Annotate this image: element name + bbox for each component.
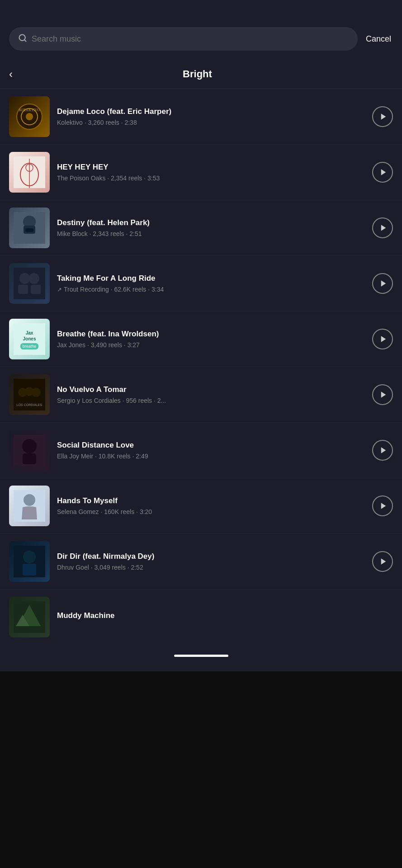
- track-name: Taking Me For A Long Ride: [57, 274, 365, 283]
- track-item: Muddy Machine: [0, 590, 402, 645]
- svg-text:breathe: breathe: [23, 344, 37, 349]
- trending-icon: ↗: [57, 286, 62, 293]
- album-art: KOLEKTIVO: [9, 96, 50, 137]
- search-field-wrapper[interactable]: [9, 27, 358, 51]
- play-button[interactable]: [372, 273, 393, 294]
- section-header: ‹ Bright: [0, 60, 402, 89]
- svg-marker-41: [381, 503, 386, 509]
- svg-rect-20: [18, 285, 28, 294]
- svg-point-40: [24, 494, 35, 506]
- play-button[interactable]: [372, 440, 393, 461]
- play-button[interactable]: [372, 162, 393, 183]
- album-art: [9, 597, 50, 637]
- svg-marker-6: [381, 113, 386, 120]
- track-meta: Jax Jones · 3,490 reels · 3:27: [57, 341, 365, 349]
- track-info: Dejame Loco (feat. Eric Harper)Kolektivo…: [57, 107, 365, 126]
- play-button[interactable]: [372, 217, 393, 238]
- play-button[interactable]: [372, 495, 393, 516]
- album-art: LOS CORDIALES: [9, 374, 50, 415]
- svg-rect-21: [31, 285, 41, 294]
- track-info: Destiny (feat. Helen Park)Mike Block · 2…: [57, 218, 365, 237]
- svg-marker-22: [381, 280, 386, 287]
- track-info: Breathe (feat. Ina Wroldsen)Jax Jones · …: [57, 330, 365, 349]
- track-item[interactable]: Dir Dir (feat. Nirmalya Dey)Dhruv Goel ·…: [0, 534, 402, 590]
- track-item[interactable]: Destiny (feat. Helen Park)Mike Block · 2…: [0, 200, 402, 256]
- svg-marker-45: [381, 558, 386, 565]
- track-item[interactable]: LOS CORDIALES No Vuelvo A TomarSergio y …: [0, 367, 402, 423]
- svg-marker-38: [381, 447, 386, 453]
- track-name: No Vuelvo A Tomar: [57, 385, 365, 394]
- search-input[interactable]: [32, 34, 349, 44]
- bottom-bar: [0, 645, 402, 671]
- track-name: Muddy Machine: [57, 611, 393, 620]
- track-name: Hands To Myself: [57, 496, 365, 505]
- album-art: [9, 208, 50, 248]
- svg-point-19: [28, 273, 39, 284]
- svg-text:LOS CORDIALES: LOS CORDIALES: [17, 403, 43, 406]
- track-item[interactable]: Hands To MyselfSelena Gomez · 160K reels…: [0, 478, 402, 534]
- track-meta: Dhruv Goel · 3,049 reels · 2:52: [57, 564, 365, 571]
- track-meta: Sergio y Los Cordiales · 956 reels · 2..…: [57, 397, 365, 404]
- album-art: [9, 486, 50, 526]
- track-meta: Mike Block · 2,343 reels · 2:51: [57, 230, 365, 237]
- section-title: Bright: [17, 68, 378, 80]
- track-name: Destiny (feat. Helen Park): [57, 218, 365, 227]
- svg-text:KOLEKTIVO: KOLEKTIVO: [19, 108, 40, 112]
- track-meta: The Poison Oaks · 2,354 reels · 3:53: [57, 175, 365, 182]
- album-art: [9, 541, 50, 582]
- track-name: Dir Dir (feat. Nirmalya Dey): [57, 552, 365, 561]
- track-meta: Kolektivo · 3,260 reels · 2:38: [57, 119, 365, 126]
- album-art: [9, 152, 50, 193]
- track-info: No Vuelvo A TomarSergio y Los Cordiales …: [57, 385, 365, 404]
- play-button[interactable]: [372, 551, 393, 572]
- track-info: Dir Dir (feat. Nirmalya Dey)Dhruv Goel ·…: [57, 552, 365, 571]
- svg-text:Jones: Jones: [23, 336, 36, 341]
- track-item[interactable]: Social Distance LoveElla Joy Meir · 10.8…: [0, 423, 402, 478]
- track-item[interactable]: KOLEKTIVO Dejame Loco (feat. Eric Harper…: [0, 89, 402, 145]
- track-item[interactable]: Jax Jones breathe Breathe (feat. Ina Wro…: [0, 311, 402, 367]
- track-meta: Selena Gomez · 160K reels · 3:20: [57, 508, 365, 515]
- svg-line-1: [24, 40, 26, 42]
- track-name: Dejame Loco (feat. Eric Harper): [57, 107, 365, 116]
- play-button[interactable]: [372, 329, 393, 349]
- track-list: KOLEKTIVO Dejame Loco (feat. Eric Harper…: [0, 89, 402, 645]
- svg-marker-11: [381, 169, 386, 175]
- svg-text:Jax: Jax: [26, 330, 33, 335]
- svg-rect-15: [25, 228, 33, 232]
- album-art: Jax Jones breathe: [9, 319, 50, 359]
- play-button[interactable]: [372, 384, 393, 405]
- track-item[interactable]: HEY HEY HEYThe Poison Oaks · 2,354 reels…: [0, 145, 402, 200]
- svg-rect-44: [23, 564, 36, 576]
- svg-marker-34: [381, 392, 386, 398]
- scroll-indicator: [174, 655, 228, 657]
- track-meta: Ella Joy Meir · 10.8K reels · 2:49: [57, 453, 365, 460]
- track-info: Muddy Machine: [57, 611, 393, 623]
- svg-marker-28: [381, 336, 386, 342]
- svg-point-43: [23, 551, 36, 563]
- track-name: Social Distance Love: [57, 441, 365, 450]
- play-button[interactable]: [372, 106, 393, 127]
- search-icon: [18, 33, 27, 44]
- album-art: [9, 430, 50, 471]
- svg-rect-37: [23, 453, 36, 464]
- track-name: HEY HEY HEY: [57, 163, 365, 172]
- back-button[interactable]: ‹: [9, 68, 17, 80]
- svg-point-32: [32, 388, 41, 397]
- track-info: Hands To MyselfSelena Gomez · 160K reels…: [57, 496, 365, 515]
- cancel-button[interactable]: Cancel: [364, 34, 393, 44]
- track-name: Breathe (feat. Ina Wroldsen): [57, 330, 365, 339]
- album-art: [9, 263, 50, 304]
- svg-point-4: [26, 113, 33, 120]
- track-meta: ↗Trout Recording · 62.6K reels · 3:34: [57, 286, 365, 293]
- search-bar-container: Cancel: [0, 0, 402, 60]
- track-info: Social Distance LoveElla Joy Meir · 10.8…: [57, 441, 365, 460]
- svg-rect-17: [14, 268, 45, 299]
- track-info: Taking Me For A Long Ride↗Trout Recordin…: [57, 274, 365, 293]
- svg-marker-16: [381, 225, 386, 231]
- track-item[interactable]: Taking Me For A Long Ride↗Trout Recordin…: [0, 256, 402, 311]
- svg-point-36: [22, 439, 37, 453]
- track-info: HEY HEY HEYThe Poison Oaks · 2,354 reels…: [57, 163, 365, 182]
